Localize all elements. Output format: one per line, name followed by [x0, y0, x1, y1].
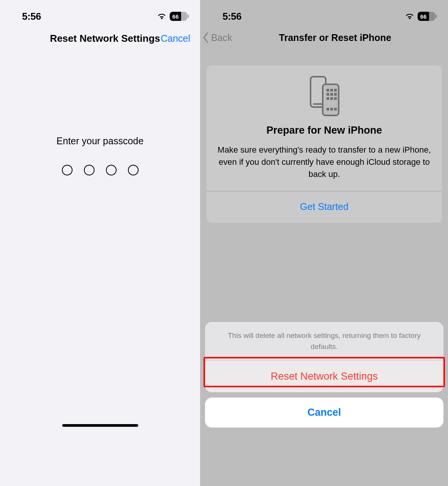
- status-time: 5:56: [22, 11, 41, 22]
- page-title: Transfer or Reset iPhone: [227, 32, 443, 43]
- card-heading: Prepare for New iPhone: [215, 125, 434, 136]
- passcode-screen: 5:56 66 Reset Network Settings Cancel En…: [0, 0, 200, 486]
- battery-level: 66: [170, 12, 181, 21]
- sheet-cancel-button[interactable]: Cancel: [205, 398, 443, 428]
- svg-rect-14: [334, 108, 337, 110]
- back-chevron-icon[interactable]: [201, 32, 210, 43]
- svg-rect-3: [327, 89, 329, 92]
- status-bar: 5:56 66: [200, 0, 448, 25]
- svg-rect-6: [327, 93, 329, 96]
- page-title: Reset Network Settings: [8, 33, 161, 44]
- svg-rect-5: [334, 89, 337, 92]
- passcode-dot: [62, 165, 73, 175]
- passcode-dots[interactable]: [0, 165, 200, 175]
- passcode-dot: [128, 165, 139, 175]
- passcode-prompt: Enter your passcode: [0, 136, 200, 147]
- svg-rect-11: [334, 97, 337, 100]
- sheet-group: This will delete all network settings, r…: [205, 322, 443, 392]
- passcode-dot: [84, 165, 95, 175]
- cancel-button[interactable]: Cancel: [161, 33, 192, 44]
- battery-level: 66: [418, 12, 429, 21]
- status-bar: 5:56 66: [0, 0, 200, 25]
- wifi-icon: [157, 13, 167, 20]
- battery-icon: 66: [418, 12, 435, 21]
- sheet-message: This will delete all network settings, r…: [205, 322, 443, 360]
- status-time: 5:56: [222, 11, 241, 22]
- nav-bar: Reset Network Settings Cancel: [0, 25, 200, 52]
- reset-network-settings-button[interactable]: Reset Network Settings: [205, 360, 443, 392]
- svg-rect-7: [330, 93, 333, 96]
- get-started-button[interactable]: Get Started: [215, 191, 434, 223]
- transfer-reset-screen: 5:56 66 Back Transfer or Reset iPhone: [200, 0, 448, 486]
- svg-rect-9: [327, 97, 329, 100]
- svg-rect-10: [330, 97, 333, 100]
- battery-icon: 66: [170, 12, 187, 21]
- svg-rect-12: [327, 108, 329, 110]
- phones-icon: [215, 74, 434, 125]
- action-sheet: This will delete all network settings, r…: [205, 322, 443, 428]
- svg-rect-13: [330, 108, 333, 110]
- status-icons: 66: [405, 12, 435, 21]
- passcode-dot: [106, 165, 117, 175]
- card-body: Make sure everything's ready to transfer…: [215, 144, 434, 191]
- wifi-icon: [405, 13, 415, 20]
- svg-rect-4: [330, 89, 333, 92]
- prepare-card: Prepare for New iPhone Make sure everyth…: [207, 65, 442, 223]
- home-indicator[interactable]: [62, 424, 138, 427]
- svg-rect-8: [334, 93, 337, 96]
- passcode-entry: Enter your passcode: [0, 136, 200, 175]
- status-icons: 66: [157, 12, 187, 21]
- nav-bar: Back Transfer or Reset iPhone: [200, 25, 448, 50]
